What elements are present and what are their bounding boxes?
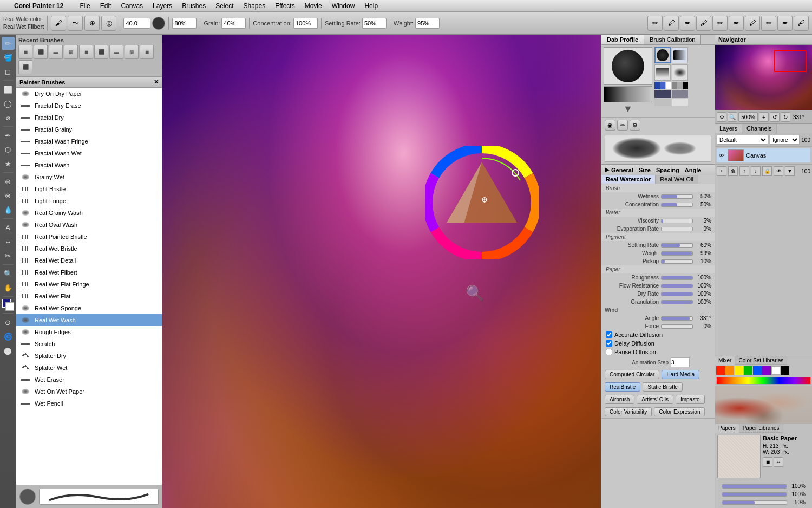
layer-eye-icon[interactable]: 👁	[718, 152, 725, 159]
tool-lasso[interactable]: ⌀	[2, 111, 15, 124]
tool-icon-r2[interactable]: 🖊	[664, 16, 679, 31]
tool-zoom[interactable]: 🔍	[2, 267, 15, 280]
menu-brushes[interactable]: Brushes	[178, 1, 210, 11]
btn-color-variability[interactable]: Color Variability	[605, 407, 652, 416]
dab-icon-3[interactable]: ⚙	[630, 120, 640, 131]
mixer-swatch-red[interactable]	[716, 366, 725, 375]
layer-btn-visibility[interactable]: 👁	[774, 166, 783, 176]
force-slider[interactable]	[661, 324, 693, 329]
tool-eraser[interactable]: ◻	[2, 65, 15, 78]
brush-item-22[interactable]: Splatter Dry	[16, 350, 162, 362]
tool-icon-r5[interactable]: ✏	[712, 16, 728, 31]
brush-tool-btn-2[interactable]: 〜	[68, 16, 83, 31]
tool-icon-r10[interactable]: 🖋	[794, 16, 809, 31]
tool-select-rect[interactable]: ⬜	[2, 83, 15, 96]
nav-selection-rect[interactable]	[774, 50, 807, 72]
evaporation-slider[interactable]	[661, 227, 693, 231]
tool-fill[interactable]: 🪣	[2, 51, 15, 64]
tool-icon-r3[interactable]: ✒	[680, 16, 695, 31]
brush-item-0[interactable]: Dry On Dry Paper	[16, 88, 162, 100]
dab-thumb-1[interactable]	[654, 47, 671, 63]
brush-item-12[interactable]: Real Pointed Bristle	[16, 231, 162, 243]
size-input[interactable]	[123, 18, 150, 29]
tool-dropper[interactable]: 💧	[2, 203, 15, 216]
app-name[interactable]: Corel Painter 12	[10, 1, 68, 11]
layer-btn-move-up[interactable]: ↑	[739, 166, 749, 176]
tool-pen[interactable]: ✒	[2, 129, 15, 142]
viscosity-slider[interactable]	[661, 219, 693, 223]
nav-btn-3[interactable]: ↻	[781, 112, 790, 122]
menu-help[interactable]: Help	[360, 1, 382, 11]
nav-btn-2[interactable]: ↺	[770, 112, 780, 122]
nav-btn-zoom-out[interactable]: 🔍	[728, 112, 737, 122]
brush-item-24[interactable]: Wet Eraser	[16, 374, 162, 386]
granulation-slider[interactable]	[661, 300, 693, 304]
pause-diffusion-checkbox[interactable]	[606, 349, 612, 355]
opacity-input[interactable]	[172, 18, 197, 29]
tool-crop[interactable]: ✂	[2, 249, 15, 262]
painter-brushes-close[interactable]: ✕	[154, 79, 159, 86]
recent-brush-10[interactable]: ⬛	[18, 60, 32, 74]
mixer-painted-area[interactable]	[715, 386, 812, 424]
brush-item-21[interactable]: Scratch	[16, 338, 162, 350]
tool-extra-3[interactable]: ⬤	[2, 344, 15, 357]
nav-btn-1[interactable]: ⚙	[717, 112, 726, 122]
brush-item-5[interactable]: Fractal Wash Wet	[16, 147, 162, 159]
menu-movie[interactable]: Movie	[300, 1, 326, 11]
tool-shape[interactable]: ⬡	[2, 143, 15, 156]
brush-item-4[interactable]: Fractal Wash Fringe	[16, 135, 162, 147]
brush-item-26[interactable]: Wet Pencil	[16, 398, 162, 409]
mixer-swatch-green[interactable]	[744, 366, 752, 375]
weight-input[interactable]	[415, 18, 440, 29]
menu-shapes[interactable]: Shapes	[239, 1, 270, 11]
dab-thumb-4[interactable]	[672, 64, 688, 81]
tab-dab-profile[interactable]: Dab Profile	[601, 35, 644, 44]
composite-select[interactable]: Ignore	[770, 135, 800, 145]
pickup-slider[interactable]	[661, 259, 693, 264]
prop-section-toggle[interactable]: ▶ General Size Spacing Angle	[601, 165, 715, 175]
swatch-dark-1[interactable]	[654, 90, 671, 98]
brush-tool-btn-3[interactable]: ⊕	[84, 16, 100, 31]
paper-btn-2[interactable]: ↔	[774, 457, 783, 467]
brush-item-13[interactable]: Real Wet Bristle	[16, 243, 162, 255]
wetness-slider[interactable]	[661, 194, 693, 199]
menu-select[interactable]: Select	[211, 1, 238, 11]
tab-real-watercolor[interactable]: Real Watercolor	[601, 175, 656, 184]
brush-tool-btn-4[interactable]: ◎	[101, 16, 116, 31]
brush-item-20[interactable]: Rough Edges	[16, 326, 162, 338]
tool-icon-r7[interactable]: 🖊	[745, 16, 760, 31]
swatch-light-1[interactable]	[654, 99, 671, 106]
tool-brush[interactable]: ✏	[2, 37, 15, 50]
mixer-color-gradient[interactable]	[716, 377, 811, 385]
menu-layers[interactable]: Layers	[148, 1, 176, 11]
mixer-swatch-white[interactable]	[771, 366, 780, 375]
nav-btn-zoom-in[interactable]: +	[759, 112, 769, 122]
tool-icon-r6[interactable]: ✒	[729, 16, 744, 31]
tab-channels[interactable]: Channels	[742, 124, 776, 133]
swatch-gray-2[interactable]	[677, 82, 683, 89]
swatch-blue-2[interactable]	[660, 82, 666, 89]
btn-color-expression[interactable]: Color Expression	[654, 407, 705, 416]
brush-item-7[interactable]: Grainy Wet	[16, 171, 162, 183]
brush-item-6[interactable]: Fractal Wash	[16, 159, 162, 171]
flow-slider[interactable]	[661, 284, 693, 288]
tab-paper-libraries[interactable]: Paper Libraries	[739, 424, 783, 433]
dryrate-slider[interactable]	[661, 292, 693, 296]
paper-slider-3[interactable]	[722, 500, 787, 505]
recent-brush-5[interactable]: ◼	[79, 45, 93, 59]
layer-btn-move-down[interactable]: ↓	[751, 166, 761, 176]
swatch-gray-1[interactable]	[672, 82, 677, 89]
recent-brush-3[interactable]: ▬	[49, 45, 63, 59]
blend-mode-select[interactable]: Default	[717, 135, 768, 145]
brush-item-17[interactable]: Real Wet Flat	[16, 290, 162, 302]
dab-thumb-3[interactable]	[654, 64, 671, 81]
tool-icon-r9[interactable]: ✒	[777, 16, 793, 31]
recent-brush-1[interactable]: ◼	[18, 45, 32, 59]
animation-step-input[interactable]	[671, 357, 690, 367]
foreground-color[interactable]	[2, 299, 14, 311]
swatch-light-2[interactable]	[672, 99, 689, 106]
weight-slider[interactable]	[661, 251, 693, 256]
roughness-slider[interactable]	[661, 276, 693, 280]
brush-item-9[interactable]: Light Fringe	[16, 195, 162, 207]
brush-item-3[interactable]: Fractal Grainy	[16, 123, 162, 135]
